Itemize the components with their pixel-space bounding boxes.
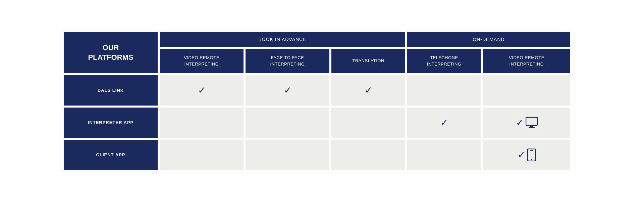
platforms-table: OUR PLATFORMS BOOK IN ADVANCE ON-DEMAND … <box>64 32 580 170</box>
client-face-to-face <box>246 140 329 170</box>
checkmark-icon: ✓ <box>365 86 372 95</box>
row-label-interpreter-app: INTERPRETER APP <box>64 108 158 138</box>
on-demand-header: ON-DEMAND <box>407 32 570 47</box>
phone-icon <box>527 149 536 161</box>
interpreter-video-remote-2: ✓ <box>483 108 570 138</box>
checkmark-icon: ✓ <box>518 150 525 160</box>
client-telephone <box>407 140 481 170</box>
checkmark-icon: ✓ <box>440 118 448 127</box>
row-label-dals-link: DALS LINK <box>64 75 158 106</box>
svg-rect-0 <box>526 117 537 125</box>
client-video-remote-2: ✓ <box>483 140 570 170</box>
col-header-translation: TRANSLATION <box>331 49 405 73</box>
interpreter-face-to-face <box>246 108 329 138</box>
client-translation <box>331 140 405 170</box>
dals-link-video-remote-2 <box>483 75 570 106</box>
interpreter-video-remote-1 <box>160 108 244 138</box>
col-header-face-to-face: FACE TO FACE INTERPRETING <box>246 49 329 73</box>
svg-rect-5 <box>530 150 533 151</box>
svg-point-4 <box>531 159 532 160</box>
checkmark-icon: ✓ <box>516 118 524 127</box>
col-header-telephone: TELEPHONE INTERPRETING <box>407 49 481 73</box>
check-phone-group: ✓ <box>518 149 536 161</box>
dals-link-telephone <box>407 75 481 106</box>
svg-rect-2 <box>529 127 535 128</box>
monitor-icon <box>526 117 538 128</box>
col-header-video-remote-2: VIDEO REMOTE INTERPRETING <box>483 49 570 73</box>
col-header-video-remote-1: VIDEO REMOTE INTERPRETING <box>160 49 244 73</box>
grid: OUR PLATFORMS BOOK IN ADVANCE ON-DEMAND … <box>64 32 580 170</box>
dals-link-video-remote-1: ✓ <box>160 75 244 106</box>
checkmark-icon: ✓ <box>198 86 206 95</box>
checkmark-icon: ✓ <box>284 86 291 95</box>
dals-link-translation: ✓ <box>331 75 405 106</box>
client-video-remote-1 <box>160 140 244 170</box>
row-label-client-app: CLIENT APP <box>64 140 158 170</box>
book-in-advance-header: BOOK IN ADVANCE <box>160 32 405 47</box>
svg-rect-1 <box>530 125 533 127</box>
dals-link-face-to-face: ✓ <box>246 75 329 106</box>
platforms-header: OUR PLATFORMS <box>64 32 158 73</box>
interpreter-telephone: ✓ <box>407 108 481 138</box>
check-monitor-group: ✓ <box>516 117 538 128</box>
interpreter-translation <box>331 108 405 138</box>
